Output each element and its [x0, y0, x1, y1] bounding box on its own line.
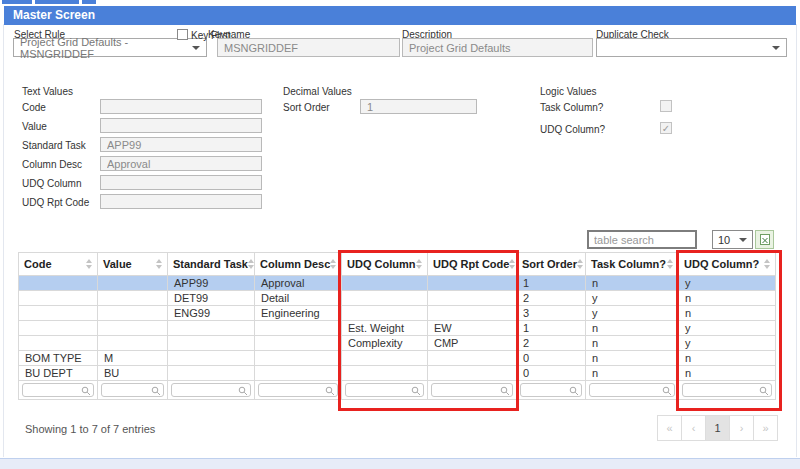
keyname-field[interactable] [217, 38, 400, 57]
table-cell[interactable]: n [586, 366, 679, 381]
table-row[interactable]: BU DEPTBU0nn [19, 366, 776, 381]
pagination-next-button[interactable]: › [729, 415, 754, 441]
table-cell[interactable] [428, 306, 517, 321]
table-cell[interactable]: y [586, 306, 679, 321]
table-cell[interactable] [98, 291, 168, 306]
table-cell[interactable] [342, 366, 428, 381]
pagination-page-1-button[interactable]: 1 [705, 415, 730, 441]
table-cell[interactable]: n [586, 276, 679, 291]
table-cell[interactable] [168, 321, 255, 336]
table-cell[interactable]: Engineering [255, 306, 342, 321]
key-first-checkbox[interactable] [177, 29, 188, 40]
table-cell[interactable]: y [586, 291, 679, 306]
column-header-code[interactable]: Code [19, 253, 98, 276]
table-cell[interactable]: ENG99 [168, 306, 255, 321]
column-header-udq-column[interactable]: UDQ Column [342, 253, 428, 276]
table-cell[interactable]: n [679, 291, 776, 306]
table-cell[interactable]: 0 [517, 351, 586, 366]
table-cell[interactable]: y [679, 321, 776, 336]
value-field[interactable] [100, 118, 262, 133]
sort-icon[interactable] [330, 259, 336, 269]
table-cell[interactable]: APP99 [168, 276, 255, 291]
table-cell[interactable]: n [586, 321, 679, 336]
table-cell[interactable]: EW [428, 321, 517, 336]
table-cell[interactable]: 2 [517, 336, 586, 351]
table-cell[interactable] [342, 306, 428, 321]
excel-export-button[interactable] [755, 230, 774, 249]
table-cell[interactable] [342, 351, 428, 366]
table-row[interactable]: ENG99Engineering3yn [19, 306, 776, 321]
column-header-udq-column[interactable]: UDQ Column? [679, 253, 776, 276]
table-cell[interactable]: BU DEPT [19, 366, 98, 381]
table-cell[interactable] [19, 321, 98, 336]
table-cell[interactable]: n [586, 351, 679, 366]
column-filter-input[interactable] [171, 383, 251, 397]
pagination-first-button[interactable]: « [657, 415, 682, 441]
table-cell[interactable]: 0 [517, 366, 586, 381]
sort-icon[interactable] [509, 259, 515, 269]
table-row[interactable]: Est. WeightEW1ny [19, 321, 776, 336]
column-filter-input[interactable] [345, 383, 424, 397]
table-cell[interactable] [255, 351, 342, 366]
sort-icon[interactable] [667, 259, 673, 269]
table-cell[interactable] [255, 366, 342, 381]
table-cell[interactable]: Approval [255, 276, 342, 291]
table-cell[interactable]: Detail [255, 291, 342, 306]
sort-icon[interactable] [416, 259, 422, 269]
table-cell[interactable] [342, 276, 428, 291]
column-header-value[interactable]: Value [98, 253, 168, 276]
table-search-input[interactable] [587, 230, 697, 249]
sort-icon[interactable] [156, 259, 162, 269]
table-cell[interactable]: n [679, 366, 776, 381]
table-cell[interactable] [98, 276, 168, 291]
table-cell[interactable] [19, 291, 98, 306]
table-cell[interactable] [168, 336, 255, 351]
table-cell[interactable]: n [679, 306, 776, 321]
column-filter-input[interactable] [258, 383, 338, 397]
table-row[interactable]: ComplexityCMP2ny [19, 336, 776, 351]
column-header-column-desc[interactable]: Column Desc [255, 253, 342, 276]
sort-icon[interactable] [577, 259, 583, 269]
column-filter-input[interactable] [589, 383, 675, 397]
pagination-last-button[interactable]: » [753, 415, 778, 441]
pagination-prev-button[interactable]: ‹ [681, 415, 706, 441]
column-filter-input[interactable] [22, 383, 94, 397]
table-cell[interactable] [428, 351, 517, 366]
sort-icon[interactable] [764, 259, 770, 269]
table-cell[interactable]: n [679, 351, 776, 366]
table-cell[interactable]: M [98, 351, 168, 366]
table-cell[interactable]: BU [98, 366, 168, 381]
table-cell[interactable]: 2 [517, 291, 586, 306]
column-filter-input[interactable] [682, 383, 772, 397]
udq-column-checkbox[interactable]: ✓ [660, 122, 672, 134]
table-cell[interactable]: BOM TYPE [19, 351, 98, 366]
column-desc-field[interactable] [100, 156, 262, 171]
column-filter-input[interactable] [101, 383, 164, 397]
column-filter-input[interactable] [520, 383, 582, 397]
table-cell[interactable]: CMP [428, 336, 517, 351]
table-cell[interactable] [98, 321, 168, 336]
table-cell[interactable]: DET99 [168, 291, 255, 306]
table-cell[interactable]: Est. Weight [342, 321, 428, 336]
table-cell[interactable] [255, 321, 342, 336]
table-cell[interactable] [168, 366, 255, 381]
description-field[interactable] [402, 38, 593, 57]
duplicate-check-dropdown[interactable] [596, 38, 787, 57]
table-cell[interactable] [19, 306, 98, 321]
table-cell[interactable] [19, 336, 98, 351]
column-filter-input[interactable] [431, 383, 513, 397]
column-header-standard-task[interactable]: Standard Task [168, 253, 255, 276]
table-cell[interactable]: n [586, 336, 679, 351]
sort-order-field[interactable] [360, 99, 477, 114]
table-cell[interactable] [428, 366, 517, 381]
table-cell[interactable] [342, 291, 428, 306]
udq-rpt-code-field[interactable] [100, 194, 262, 209]
task-column-checkbox[interactable] [660, 100, 672, 112]
table-row[interactable]: APP99Approval1ny [19, 276, 776, 291]
sort-icon[interactable] [86, 259, 92, 269]
table-cell[interactable] [98, 336, 168, 351]
table-cell[interactable]: 3 [517, 306, 586, 321]
table-cell[interactable]: 1 [517, 321, 586, 336]
code-field[interactable] [100, 99, 262, 114]
table-cell[interactable] [428, 276, 517, 291]
